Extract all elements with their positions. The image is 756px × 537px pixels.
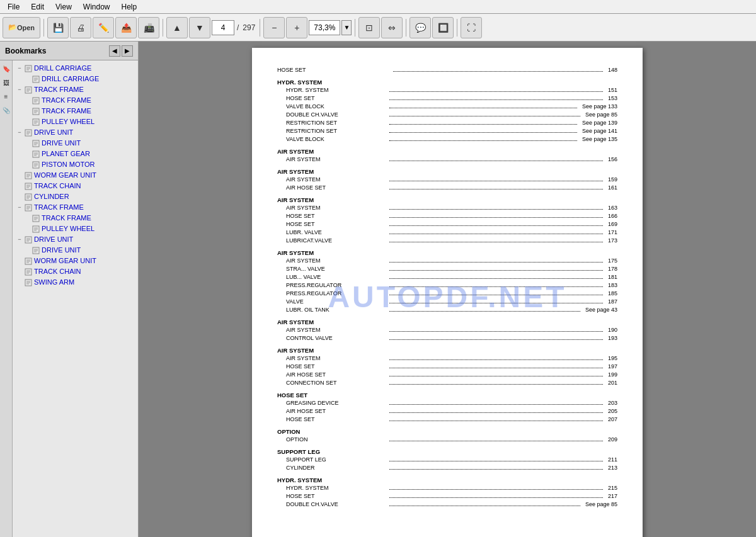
menu-view[interactable]: View	[50, 1, 77, 13]
upload-button[interactable]: 📤	[115, 17, 137, 38]
toc-sub-page: 153	[608, 95, 617, 101]
toc-section: AIR SYSTEM	[277, 168, 617, 175]
toc-dots	[389, 161, 603, 161]
toc-sub-page: 199	[608, 371, 617, 378]
toc-dots	[389, 181, 603, 181]
toc-dots	[389, 421, 603, 421]
zoom-out-button[interactable]: −	[263, 17, 285, 38]
stamp-button[interactable]: 🔲	[432, 17, 454, 38]
toc-sub-page: 175	[608, 257, 617, 264]
document-area[interactable]: AUTOPDF.NET HOSE SET148HYDR. SYSTEMHYDR.…	[139, 42, 756, 537]
toc-sub-page: 209	[608, 436, 617, 443]
tree-item-drill-carriage[interactable]: −DRILL CARRIAGE	[13, 63, 138, 74]
comment-button[interactable]: 💬	[410, 17, 431, 38]
save-button[interactable]: 💾	[47, 17, 69, 38]
tree-toggle-drive-unit-1[interactable]: −	[15, 128, 24, 137]
print-button[interactable]: 🖨	[70, 17, 91, 38]
expand-sidebar-button[interactable]: ▶	[122, 45, 133, 57]
tree-item-worm-gear-1[interactable]: WORM GEAR UNIT	[13, 170, 138, 181]
fax-button[interactable]: 📠	[138, 17, 159, 38]
sidebar-header-buttons: ◀ ▶	[109, 45, 133, 57]
toc-dots	[393, 71, 603, 72]
tree-label-drive-unit-1a: DRIVE UNIT	[40, 138, 138, 147]
tree-item-drive-unit-1[interactable]: −DRIVE UNIT	[13, 127, 138, 138]
toc-sub-page: 163	[608, 205, 617, 211]
collapse-sidebar-button[interactable]: ◀	[109, 45, 120, 57]
fullscreen-button[interactable]: ⛶	[461, 17, 482, 38]
bookmarks-icon[interactable]: 🔖	[1, 63, 12, 74]
toc-dots	[389, 242, 603, 242]
tree-item-pulley-wheel-1[interactable]: PULLEY WHEEL	[13, 116, 138, 127]
zoom-input[interactable]	[309, 20, 340, 35]
tree-file-icon	[32, 214, 40, 223]
tree-item-track-frame-2a[interactable]: TRACK FRAME	[13, 213, 138, 223]
toc-sub-page: 159	[608, 176, 617, 183]
zoom-group: ▼	[309, 20, 352, 35]
tree-item-drive-unit-2a[interactable]: DRIVE UNIT	[13, 245, 138, 256]
fit-page-button[interactable]: ⊡	[358, 17, 380, 38]
tree-item-track-frame-1a[interactable]: TRACK FRAME	[13, 95, 138, 106]
tree-item-track-frame-2[interactable]: −TRACK FRAME	[13, 202, 138, 213]
tree-item-track-chain-2[interactable]: TRACK CHAIN	[13, 266, 138, 277]
toc-dots	[389, 303, 603, 303]
thumbs-icon[interactable]: 🖼	[1, 77, 12, 88]
menu-window[interactable]: Window	[78, 1, 115, 13]
tree-toggle-track-frame-2[interactable]: −	[15, 203, 24, 212]
tree-item-cylinder[interactable]: CYLINDER	[13, 191, 138, 202]
tree-item-drive-unit-2[interactable]: −DRIVE UNIT	[13, 234, 138, 245]
toc-sub-page: 169	[608, 221, 617, 227]
tree-label-track-chain-2: TRACK CHAIN	[33, 267, 138, 276]
toc-dots	[389, 376, 603, 376]
toc-sub-entry: GREASING DEVICE203	[277, 400, 617, 407]
toc-dots	[389, 497, 603, 498]
tree-item-piston-motor[interactable]: PISTON MOTOR	[13, 159, 138, 170]
toc-sub-label: VALVE BLOCK	[286, 136, 387, 142]
tree-label-worm-gear-1: WORM GEAR UNIT	[33, 171, 138, 179]
zoom-in-button[interactable]: +	[286, 17, 307, 38]
page-input[interactable]	[212, 20, 234, 35]
tree-item-pulley-wheel-2[interactable]: PULLEY WHEEL	[13, 223, 138, 234]
toc-sub-label: AIR HOSE SET	[286, 408, 387, 414]
layers-icon[interactable]: ≡	[1, 91, 12, 102]
toc-sub-label: HOSE SET	[286, 493, 387, 499]
tree-label-piston-motor: PISTON MOTOR	[40, 160, 138, 169]
tree-icon-drive-unit-1a	[23, 139, 32, 148]
menu-file[interactable]: File	[3, 1, 25, 13]
prev-page-button[interactable]: ▲	[166, 17, 188, 38]
toc-sub-label: LUBR. OIL TANK	[286, 307, 387, 313]
tree-toggle-drill-carriage[interactable]: −	[15, 64, 24, 73]
toc-dots	[389, 225, 603, 226]
tree-label-drive-unit-1: DRIVE UNIT	[33, 128, 138, 137]
toc-sub-entry: AIR SYSTEM175	[277, 257, 617, 264]
tree-file-icon	[24, 182, 33, 191]
toc-sub-page: 173	[608, 237, 617, 244]
tree-icon-drill-carriage-sub	[23, 75, 32, 84]
toc-dots	[389, 441, 603, 441]
menu-help[interactable]: Help	[117, 1, 142, 13]
main-layout: Bookmarks ◀ ▶ 🔖 🖼 ≡ 📎 −DRILL CARRIAGEDRI…	[0, 42, 756, 537]
tree-toggle-drive-unit-2[interactable]: −	[15, 235, 24, 244]
edit-button[interactable]: ✏️	[93, 17, 114, 38]
tree-item-track-frame-1[interactable]: −TRACK FRAME	[13, 84, 138, 95]
tree-item-swing-arm[interactable]: SWING ARM	[13, 277, 138, 288]
attach-icon[interactable]: 📎	[1, 105, 12, 116]
fit-width-button[interactable]: ⇔	[381, 17, 403, 38]
open-button[interactable]: 📂 Open	[3, 17, 40, 38]
tree-label-swing-arm: SWING ARM	[33, 278, 138, 286]
tree-item-worm-gear-2[interactable]: WORM GEAR UNIT	[13, 256, 138, 266]
toc-sub-page: 156	[608, 156, 617, 162]
tree-label-track-frame-1a: TRACK FRAME	[40, 96, 138, 105]
toc-sub-entry: LUBR. VALVE171	[277, 229, 617, 236]
tree-item-planet-gear[interactable]: PLANET GEAR	[13, 149, 138, 159]
tree-item-drill-carriage-sub[interactable]: DRILL CARRIAGE	[13, 74, 138, 84]
tree-item-drive-unit-1a[interactable]: DRIVE UNIT	[13, 138, 138, 149]
tree-item-track-chain-1[interactable]: TRACK CHAIN	[13, 181, 138, 191]
next-page-button[interactable]: ▼	[189, 17, 210, 38]
menu-edit[interactable]: Edit	[26, 1, 49, 13]
toc-sub-entry: HYDR. SYSTEM215	[277, 485, 617, 492]
tree-item-track-frame-1b[interactable]: TRACK FRAME	[13, 106, 138, 116]
toc-dots	[389, 262, 603, 263]
zoom-dropdown[interactable]: ▼	[341, 20, 352, 35]
tree-toggle-track-frame-1[interactable]: −	[15, 86, 24, 94]
fit-width-icon: ⇔	[388, 23, 396, 33]
